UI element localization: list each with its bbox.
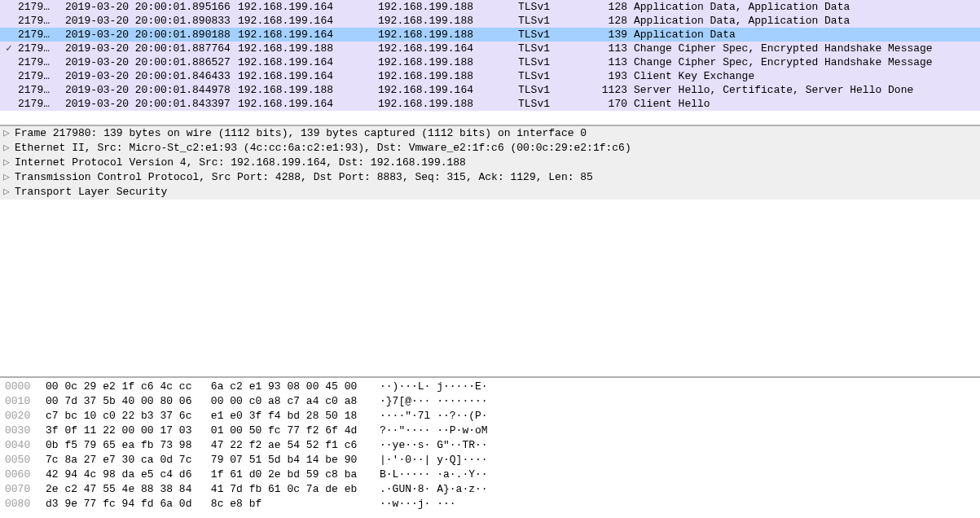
packet-time: 2019-03-20 20:00:01.890833 xyxy=(65,14,238,28)
packet-length: 1123 xyxy=(595,83,632,97)
packet-length: 170 xyxy=(595,97,632,111)
hex-offset: 0070 xyxy=(5,482,46,497)
packet-proto: TLSv1 xyxy=(518,55,595,69)
hex-bytes: 3f 0f 11 22 00 00 17 03 01 00 50 fc 77 f… xyxy=(46,424,380,438)
packet-length: 139 xyxy=(595,28,632,42)
hex-line[interactable]: 000000 0c 29 e2 1f c6 4c cc 6a c2 e1 93 … xyxy=(5,380,975,394)
packet-no: 2179… xyxy=(16,97,65,111)
packet-row[interactable]: 2179…2019-03-20 20:00:01.844978192.168.1… xyxy=(0,83,980,97)
hex-line[interactable]: 0080d3 9e 77 fc 94 fd 6a 0d 8c e8 bf··w·… xyxy=(5,497,975,511)
packet-source: 192.168.199.164 xyxy=(238,55,378,69)
hex-offset: 0030 xyxy=(5,424,46,438)
packet-mark xyxy=(2,83,16,97)
packet-source: 192.168.199.164 xyxy=(238,14,378,28)
hex-ascii: ····"·7l ··?··(P· xyxy=(380,409,488,424)
packet-source: 192.168.199.188 xyxy=(238,42,378,55)
hex-bytes: 7c 8a 27 e7 30 ca 0d 7c 79 07 51 5d b4 1… xyxy=(46,453,380,468)
hex-ascii: ·}7[@··· ········ xyxy=(380,394,488,409)
detail-line[interactable]: ▷Transmission Control Protocol, Src Port… xyxy=(0,170,980,185)
packet-mark xyxy=(2,14,16,28)
detail-line[interactable]: ▷Ethernet II, Src: Micro-St_c2:e1:93 (4c… xyxy=(0,141,980,156)
packet-length: 193 xyxy=(595,69,632,83)
hex-ascii: |·'·0··| y·Q]···· xyxy=(380,453,488,468)
packet-source: 192.168.199.164 xyxy=(238,0,378,14)
hex-ascii: ··w···j· ··· xyxy=(380,497,456,511)
hex-line[interactable]: 00303f 0f 11 22 00 00 17 03 01 00 50 fc … xyxy=(5,424,975,438)
packet-dest: 192.168.199.188 xyxy=(378,0,518,14)
hex-offset: 0020 xyxy=(5,409,46,424)
hex-ascii: ··)···L· j·····E· xyxy=(380,380,488,394)
hex-bytes: 00 7d 37 5b 40 00 80 06 00 00 c0 a8 c7 a… xyxy=(46,394,380,409)
packet-row[interactable]: 2179…2019-03-20 20:00:01.843397192.168.1… xyxy=(0,97,980,111)
hex-offset: 0000 xyxy=(5,380,46,394)
expand-icon[interactable]: ▷ xyxy=(3,170,15,185)
hex-bytes: 0b f5 79 65 ea fb 73 98 47 22 f2 ae 54 5… xyxy=(46,438,380,453)
packet-dest: 192.168.199.188 xyxy=(378,14,518,28)
expand-icon[interactable]: ▷ xyxy=(3,156,15,170)
hex-line[interactable]: 0020c7 bc 10 c0 22 b3 37 6c e1 e0 3f f4 … xyxy=(5,409,975,424)
packet-time: 2019-03-20 20:00:01.844978 xyxy=(65,83,238,97)
hex-line[interactable]: 001000 7d 37 5b 40 00 80 06 00 00 c0 a8 … xyxy=(5,394,975,409)
hex-line[interactable]: 00400b f5 79 65 ea fb 73 98 47 22 f2 ae … xyxy=(5,438,975,453)
expand-icon[interactable]: ▷ xyxy=(3,185,15,200)
packet-source: 192.168.199.164 xyxy=(238,69,378,83)
packet-no: 2179… xyxy=(16,83,65,97)
packet-mark xyxy=(2,28,16,42)
hex-line[interactable]: 006042 94 4c 98 da e5 c4 d6 1f 61 d0 2e … xyxy=(5,468,975,482)
packet-row[interactable]: ✓2179…2019-03-20 20:00:01.887764192.168.… xyxy=(0,42,980,55)
packet-source: 192.168.199.164 xyxy=(238,97,378,111)
packet-mark: ✓ xyxy=(2,42,16,55)
packet-row[interactable]: 2179…2019-03-20 20:00:01.890833192.168.1… xyxy=(0,14,980,28)
hex-bytes: c7 bc 10 c0 22 b3 37 6c e1 e0 3f f4 bd 2… xyxy=(46,409,380,424)
packet-info: Change Cipher Spec, Encrypted Handshake … xyxy=(632,42,980,55)
detail-line[interactable]: ▷Frame 217980: 139 bytes on wire (1112 b… xyxy=(0,126,980,141)
packet-source: 192.168.199.164 xyxy=(238,28,378,42)
hex-bytes: d3 9e 77 fc 94 fd 6a 0d 8c e8 bf xyxy=(46,497,380,511)
packet-proto: TLSv1 xyxy=(518,0,595,14)
packet-no: 2179… xyxy=(16,28,65,42)
packet-row[interactable]: 2179…2019-03-20 20:00:01.846433192.168.1… xyxy=(0,69,980,83)
packet-dest: 192.168.199.164 xyxy=(378,83,518,97)
hex-line[interactable]: 00702e c2 47 55 4e 88 38 84 41 7d fb 61 … xyxy=(5,482,975,497)
packet-row[interactable]: 2179…2019-03-20 20:00:01.895166192.168.1… xyxy=(0,0,980,14)
hex-ascii: ?··"···· ··P·w·oM xyxy=(380,424,488,438)
hex-bytes: 00 0c 29 e2 1f c6 4c cc 6a c2 e1 93 08 0… xyxy=(46,380,380,394)
packet-no: 2179… xyxy=(16,42,65,55)
packet-info: Client Hello xyxy=(632,97,980,111)
packet-info: Change Cipher Spec, Encrypted Handshake … xyxy=(632,55,980,69)
packet-time: 2019-03-20 20:00:01.846433 xyxy=(65,69,238,83)
packet-proto: TLSv1 xyxy=(518,83,595,97)
hex-ascii: .·GUN·8· A}·a·z·· xyxy=(380,482,488,497)
detail-line[interactable]: ▷Internet Protocol Version 4, Src: 192.1… xyxy=(0,156,980,170)
hex-ascii: B·L····· ·a·.·Y·· xyxy=(380,468,488,482)
hex-dump-pane[interactable]: 000000 0c 29 e2 1f c6 4c cc 6a c2 e1 93 … xyxy=(0,378,980,518)
hex-line[interactable]: 00507c 8a 27 e7 30 ca 0d 7c 79 07 51 5d … xyxy=(5,453,975,468)
packet-time: 2019-03-20 20:00:01.843397 xyxy=(65,97,238,111)
packet-row[interactable]: 2179…2019-03-20 20:00:01.890188192.168.1… xyxy=(0,28,980,42)
packet-proto: TLSv1 xyxy=(518,69,595,83)
detail-text: Transport Layer Security xyxy=(15,185,167,200)
expand-icon[interactable]: ▷ xyxy=(3,126,15,141)
packet-mark xyxy=(2,97,16,111)
packet-dest: 192.168.199.164 xyxy=(378,42,518,55)
packet-time: 2019-03-20 20:00:01.886527 xyxy=(65,55,238,69)
packet-details-pane[interactable]: ▷Frame 217980: 139 bytes on wire (1112 b… xyxy=(0,126,980,378)
packet-length: 128 xyxy=(595,0,632,14)
detail-line[interactable]: ▷Transport Layer Security xyxy=(0,185,980,200)
detail-text: Ethernet II, Src: Micro-St_c2:e1:93 (4c:… xyxy=(15,141,631,156)
packet-proto: TLSv1 xyxy=(518,42,595,55)
packet-dest: 192.168.199.188 xyxy=(378,55,518,69)
packet-list-pane[interactable]: 2179…2019-03-20 20:00:01.895166192.168.1… xyxy=(0,0,980,126)
packet-info: Server Hello, Certificate, Server Hello … xyxy=(632,83,980,97)
packet-info: Client Key Exchange xyxy=(632,69,980,83)
hex-offset: 0010 xyxy=(5,394,46,409)
packet-row[interactable]: 2179…2019-03-20 20:00:01.886527192.168.1… xyxy=(0,55,980,69)
packet-no: 2179… xyxy=(16,14,65,28)
packet-dest: 192.168.199.188 xyxy=(378,28,518,42)
packet-no: 2179… xyxy=(16,55,65,69)
packet-time: 2019-03-20 20:00:01.887764 xyxy=(65,42,238,55)
expand-icon[interactable]: ▷ xyxy=(3,141,15,156)
packet-dest: 192.168.199.188 xyxy=(378,97,518,111)
packet-length: 128 xyxy=(595,14,632,28)
hex-bytes: 2e c2 47 55 4e 88 38 84 41 7d fb 61 0c 7… xyxy=(46,482,380,497)
